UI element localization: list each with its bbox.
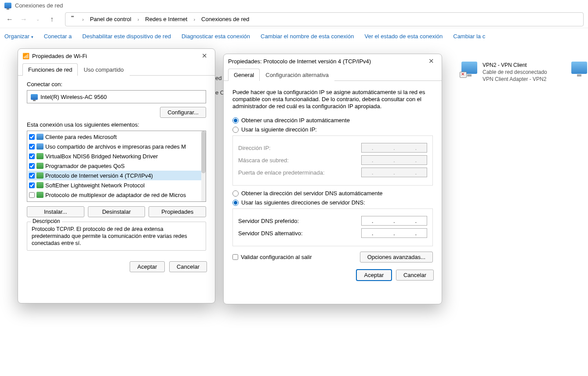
component-label: Cliente para redes Microsoft <box>45 134 117 140</box>
component-label: SoftEther Lightweight Network Protocol <box>45 182 145 189</box>
component-label: VirtualBox NDIS6 Bridged Networking Driv… <box>45 153 158 160</box>
component-icon <box>36 163 44 169</box>
component-icon <box>36 182 44 188</box>
tab-general[interactable]: General <box>228 69 260 81</box>
connection-status: Cable de red desconectado <box>483 69 547 76</box>
connect-to-action[interactable]: Conectar a <box>44 33 72 40</box>
install-button[interactable]: Instalar... <box>27 206 84 217</box>
rename-action[interactable]: Cambiar el nombre de esta conexión <box>261 33 354 40</box>
chevron-down-icon: ▾ <box>31 35 33 39</box>
organize-menu[interactable]: Organizar ▾ <box>4 33 33 40</box>
component-item[interactable]: SoftEther Lightweight Network Protocol <box>28 180 205 190</box>
ip-address-label: Dirección IP: <box>238 145 271 151</box>
component-checkbox[interactable] <box>29 183 35 188</box>
component-item[interactable]: Cliente para redes Microsoft <box>28 132 205 142</box>
component-checkbox[interactable] <box>29 144 35 150</box>
component-icon <box>36 172 44 179</box>
adapter-name: Intel(R) Wireless-AC 9560 <box>40 94 107 100</box>
tab-network-functions[interactable]: Funciones de red <box>22 63 78 76</box>
component-item[interactable]: VirtualBox NDIS6 Bridged Networking Driv… <box>28 151 205 161</box>
description-text: Protocolo TCP/IP. El protocolo de red de… <box>32 226 201 247</box>
validate-checkbox[interactable] <box>232 254 238 260</box>
component-checkbox[interactable] <box>29 134 35 140</box>
component-icon <box>36 192 44 198</box>
breadcrumb-item[interactable]: Redes e Internet <box>143 15 189 23</box>
scrollbar[interactable] <box>201 131 206 201</box>
connection-name: VPN2 - VPN Client <box>483 62 547 69</box>
adapter-icon <box>31 94 38 100</box>
back-button[interactable]: ← <box>4 14 15 25</box>
ipv4-description: Puede hacer que la configuración IP se a… <box>232 89 433 110</box>
dialog-title: Propiedades de Wi-Fi <box>32 53 87 59</box>
components-list[interactable]: Cliente para redes MicrosoftUso comparti… <box>27 131 206 202</box>
nav-bar: ← → ⌄ ↑ › Panel de control › Redes e Int… <box>0 11 588 28</box>
component-label: Programador de paquetes QoS <box>45 163 125 169</box>
validate-label: Validar configuración al salir <box>241 254 312 260</box>
uninstall-button[interactable]: Desinstalar <box>88 206 145 217</box>
uses-elements-label: Esta conexión usa los siguientes element… <box>27 121 206 128</box>
ipv4-properties-dialog: Propiedades: Protocolo de Internet versi… <box>223 54 442 304</box>
connection-icon <box>461 62 479 79</box>
change-settings-action[interactable]: Cambiar la c <box>453 33 485 40</box>
chevron-right-icon: › <box>191 17 198 22</box>
cancel-button[interactable]: Cancelar <box>169 261 207 272</box>
connection-item-partial[interactable] <box>571 62 588 79</box>
accept-button[interactable]: Aceptar <box>356 270 392 281</box>
component-icon <box>36 143 44 150</box>
component-checkbox[interactable] <box>29 192 35 198</box>
component-item[interactable]: Uso compartido de archivos e impresoras … <box>28 142 205 151</box>
configure-button[interactable]: Configurar... <box>160 107 206 118</box>
subnet-label: Máscara de subred: <box>238 157 289 164</box>
tab-alt-config[interactable]: Configuración alternativa <box>260 69 334 81</box>
cancel-button[interactable]: Cancelar <box>396 270 434 281</box>
recent-dropdown[interactable]: ⌄ <box>33 14 43 25</box>
accept-button[interactable]: Aceptar <box>130 261 165 272</box>
component-checkbox[interactable] <box>29 153 35 159</box>
component-checkbox[interactable] <box>29 173 35 179</box>
view-status-action[interactable]: Ver el estado de esta conexión <box>364 33 443 40</box>
advanced-button[interactable]: Opciones avanzadas... <box>360 252 433 263</box>
ip-fieldset: Dirección IP: ... Máscara de subred: ...… <box>232 135 433 186</box>
component-label: Uso compartido de archivos e impresoras … <box>45 143 186 150</box>
radio-ip-auto[interactable] <box>232 117 239 124</box>
radio-ip-auto-label: Obtener una dirección IP automáticamente <box>241 117 350 124</box>
breadcrumb-item[interactable]: Panel de control <box>88 15 133 23</box>
connection-item-vpn2[interactable]: VPN2 - VPN Client Cable de red desconect… <box>461 62 584 83</box>
close-button[interactable]: ✕ <box>198 50 211 62</box>
chevron-right-icon: › <box>135 17 142 22</box>
up-button[interactable]: ↑ <box>47 14 57 25</box>
close-button[interactable]: ✕ <box>425 55 437 67</box>
radio-dns-auto[interactable] <box>232 190 239 197</box>
properties-button[interactable]: Propiedades <box>149 206 206 217</box>
gateway-label: Puerta de enlace predeterminada: <box>238 169 325 176</box>
dns-alt-input[interactable]: ... <box>361 228 427 238</box>
component-item[interactable]: Protocolo de multiplexor de adaptador de… <box>28 190 205 200</box>
radio-dns-manual-label: Usar las siguientes direcciones de servi… <box>241 199 365 206</box>
diagnose-action[interactable]: Diagnosticar esta conexión <box>181 33 250 40</box>
radio-dns-auto-label: Obtener la dirección del servidor DNS au… <box>241 190 383 197</box>
radio-dns-manual[interactable] <box>232 200 239 206</box>
chevron-right-icon: › <box>80 17 87 22</box>
radio-ip-manual[interactable] <box>232 127 239 133</box>
forward-button[interactable]: → <box>18 14 29 25</box>
component-item[interactable]: Protocolo de Internet versión 4 (TCP/IPv… <box>28 171 205 180</box>
component-item[interactable]: Programador de paquetes QoS <box>28 161 205 171</box>
radio-ip-manual-label: Usar la siguiente dirección IP: <box>241 126 317 133</box>
command-bar: Organizar ▾ Conectar a Deshabilitar este… <box>0 28 588 44</box>
connect-with-label: Conectar con: <box>27 81 206 88</box>
description-legend: Descripción <box>31 218 62 224</box>
breadcrumb[interactable]: › Panel de control › Redes e Internet › … <box>65 12 584 26</box>
component-icon <box>36 153 44 159</box>
connection-icon <box>571 62 588 79</box>
tab-sharing[interactable]: Uso compartido <box>78 63 129 76</box>
component-icon <box>36 134 44 140</box>
dns-fieldset: Servidor DNS preferido: ... Servidor DNS… <box>232 208 433 246</box>
disable-device-action[interactable]: Deshabilitar este dispositivo de red <box>82 33 171 40</box>
dns-preferred-input[interactable]: ... <box>361 216 427 226</box>
network-icon <box>4 3 11 8</box>
component-label: Protocolo de Internet versión 4 (TCP/IPv… <box>45 172 153 179</box>
dns-preferred-label: Servidor DNS preferido: <box>238 218 299 224</box>
adapter-field: Intel(R) Wireless-AC 9560 <box>27 90 206 103</box>
breadcrumb-item[interactable]: Conexiones de red <box>200 15 251 23</box>
component-checkbox[interactable] <box>29 163 35 169</box>
